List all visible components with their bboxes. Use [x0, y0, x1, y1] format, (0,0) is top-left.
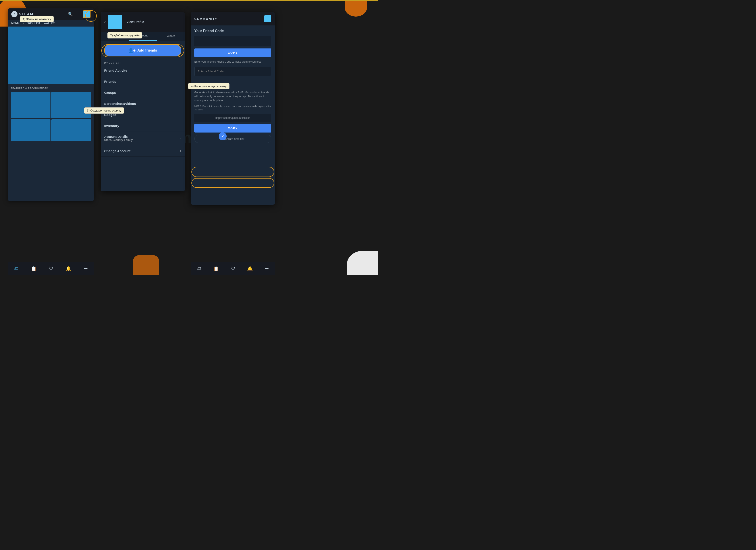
menu-account-details[interactable]: Account Details Store, Security, Family … [101, 131, 185, 145]
library-icon-community[interactable]: 📋 [213, 266, 219, 271]
featured-item-1[interactable] [11, 92, 50, 118]
steam-wordmark: STEAM [19, 12, 33, 16]
steam-main-panel: S STEAM 🔍 ⋮ MENU ▾ WISHLIST WALLET FEATU… [8, 8, 94, 201]
featured-item-4[interactable] [51, 119, 91, 141]
community-more-icon[interactable]: ⋮ [258, 16, 262, 21]
user-avatar[interactable] [83, 10, 91, 18]
featured-item-3[interactable] [11, 119, 50, 141]
friend-code-display [194, 36, 271, 46]
account-details-arrow: › [180, 136, 181, 140]
featured-item-2[interactable] [51, 92, 91, 118]
community-header-right: ⋮ [258, 15, 271, 22]
menu-groups[interactable]: Groups [101, 87, 185, 98]
my-content-label: MY CONTENT [101, 60, 185, 65]
menu-change-account[interactable]: Change Account › [101, 145, 185, 157]
top-border [0, 0, 378, 1]
bottom-nav-main: 🏷 📋 🛡 🔔 ☰ [8, 262, 94, 275]
search-icon[interactable]: 🔍 [68, 12, 73, 17]
community-header: COMMUNITY ⋮ [191, 12, 275, 25]
more-icon[interactable]: ⋮ [76, 12, 80, 17]
menu-inventory[interactable]: Inventory [101, 120, 185, 131]
checkmark-icon: ✓ [219, 132, 227, 140]
store-icon-community[interactable]: 🏷 [197, 266, 201, 271]
steam-icon: S [11, 11, 17, 17]
community-title: COMMUNITY [194, 17, 217, 21]
add-friends-icon: 👤+ [128, 48, 136, 53]
copy-invite-link-button[interactable]: COPY [194, 124, 271, 133]
invite-link-display: https://s.team/p/ваша/ссылка [194, 114, 271, 122]
menu-friend-activity[interactable]: Friend Activity [101, 65, 185, 76]
main-banner [8, 27, 94, 84]
annotation-step4: 4) Копируем новую ссылку [188, 83, 229, 89]
community-avatar[interactable] [264, 15, 271, 22]
change-account-arrow: › [180, 149, 181, 153]
annotation-step2: 2) «Добавить друзей» [107, 32, 142, 39]
bottom-nav-community: 🏷 📋 🛡 🔔 ☰ [191, 262, 275, 275]
menu-nav[interactable]: MENU [11, 22, 19, 25]
header-icons: 🔍 ⋮ [68, 10, 91, 18]
profile-header: ‹ View Profile [101, 12, 185, 32]
store-nav-icon[interactable]: 🏷 [14, 266, 18, 271]
menu-friends[interactable]: Friends [101, 76, 185, 87]
shield-icon-community[interactable]: 🛡 [231, 266, 235, 271]
your-friend-code-title: Your Friend Code [194, 29, 271, 33]
menu-nav-icon[interactable]: ☰ [84, 266, 88, 271]
generate-new-link-button[interactable]: Generate new link [194, 135, 271, 143]
tab-wallet[interactable]: Wallet [157, 32, 185, 41]
featured-title: FEATURED & RECOMMENDED [11, 87, 91, 90]
add-friends-label: Add friends [137, 48, 157, 52]
quick-invite-desc: Generate a link to share via email or SM… [194, 91, 271, 102]
shield-nav-icon[interactable]: 🛡 [49, 266, 53, 271]
enter-friend-code-input[interactable] [194, 67, 271, 76]
view-profile-button[interactable]: View Profile [127, 20, 144, 24]
divider [194, 82, 271, 82]
friend-code-helper-text: Enter your friend's Friend Code to invit… [194, 60, 271, 64]
annotation-step1: 1) Жмем на аватарку [20, 16, 54, 22]
profile-avatar [108, 15, 122, 29]
menu-icon-community[interactable]: ☰ [265, 266, 269, 271]
featured-grid [11, 92, 91, 141]
add-friends-button[interactable]: 👤+ Add friends [104, 44, 181, 56]
annotation-step3: 3) Создаем новую ссылку [84, 107, 124, 114]
back-arrow-icon[interactable]: ‹ [104, 19, 106, 25]
community-panel: COMMUNITY ⋮ Your Friend Code COPY Enter … [191, 12, 275, 205]
copy-friend-code-button[interactable]: COPY [194, 48, 271, 57]
featured-section: FEATURED & RECOMMENDED [8, 84, 94, 145]
library-nav-icon[interactable]: 📋 [31, 266, 37, 271]
profile-panel: ‹ View Profile Games Friends Wallet 👤+ A… [101, 12, 185, 191]
bell-icon-community[interactable]: 🔔 [247, 266, 253, 271]
note-text: NOTE: Each link can only be used once an… [194, 105, 271, 112]
bell-nav-icon[interactable]: 🔔 [66, 266, 71, 271]
